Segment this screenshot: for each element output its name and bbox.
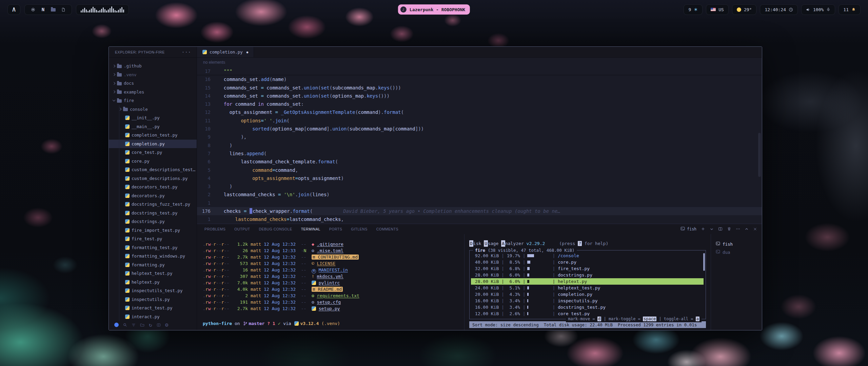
sidebar-item-formatting-windows-py[interactable]: formatting_windows.py	[109, 252, 197, 261]
sidebar-item-docstrings-fuzz-test-py[interactable]: docstrings_fuzz_test.py	[109, 200, 197, 209]
code-line[interactable]: 3 )	[197, 182, 762, 190]
dua-row-docstrings-py[interactable]: 28.00 KiB | 6.0% || docstrings.py	[471, 272, 704, 278]
panel-tab-problems[interactable]: PROBLEMS	[204, 227, 225, 231]
window-titlebar[interactable]: EXPLORER: PYTHON-FIRE ··· completion.py …	[109, 47, 762, 58]
code-line[interactable]: 11 options=' '.join(	[197, 117, 762, 125]
sidebar-item-completion-test-py[interactable]: completion_test.py	[109, 131, 197, 140]
weather-widget[interactable]: 29°	[732, 4, 756, 15]
sidebar-item-examples[interactable]: examples	[109, 88, 197, 97]
file-link[interactable]: mkdocs.yml	[317, 274, 343, 279]
gear-icon[interactable]: ⚙	[165, 322, 169, 328]
sidebar-item-fire-import-test-py[interactable]: fire_import_test.py	[109, 226, 197, 235]
sidebar-item-core-test-py[interactable]: core_test.py	[109, 148, 197, 157]
dua-row-inspectutils-py[interactable]: 16.00 KiB | 3.4% || inspectutils.py	[471, 298, 704, 304]
sidebar-item-formatting-test-py[interactable]: formatting_test.py	[109, 243, 197, 252]
code-line[interactable]: 1	[197, 199, 762, 207]
file-link[interactable]: MANIFEST.in	[319, 267, 348, 272]
dua-row-core-py[interactable]: 40.00 KiB | 8.5% || core.py	[471, 259, 704, 265]
panel-tab-ports[interactable]: PORTS	[329, 227, 342, 231]
sidebar-item-inspectutils-py[interactable]: inspectutils.py	[109, 295, 197, 304]
sidebar-item-main-py[interactable]: __main__.py	[109, 122, 197, 131]
workspace-switcher[interactable]: N	[24, 4, 72, 15]
code-line[interactable]: 4 opts_assignment=opts_assignment)	[197, 174, 762, 182]
sidebar-item-fire-test-py[interactable]: fire_test.py	[109, 235, 197, 243]
search-icon[interactable]	[123, 323, 127, 327]
workspace-record-icon[interactable]	[29, 7, 37, 12]
panel-close-icon[interactable]	[753, 226, 757, 232]
terminal-fish[interactable]: .rw-r--r-- 1.2k matt 12 Aug 12:32 -- ◆ .…	[197, 234, 464, 330]
panel-tab-output[interactable]: OUTPUT	[234, 227, 250, 231]
music-player-widget[interactable]: ♪ Lazerpunk - ROBOPHONK	[398, 4, 470, 15]
panel-tab-gitlens[interactable]: GITLENS	[351, 227, 367, 231]
audio-widget[interactable]: 100%	[801, 4, 835, 15]
remote-indicator[interactable]	[114, 323, 119, 327]
launcher-button[interactable]: Λ	[7, 4, 20, 15]
file-link[interactable]: .mise.toml	[317, 248, 343, 253]
sync-icon[interactable]: ↻	[149, 322, 152, 328]
panel-tab-debug-console[interactable]: DEBUG CONSOLE	[259, 227, 292, 231]
sidebar-item-init-py[interactable]: __init__.py	[109, 114, 197, 122]
sidebar-item-console[interactable]: console	[109, 105, 197, 114]
sidebar-item-formatting-py[interactable]: formatting.py	[109, 261, 197, 269]
sidebar-item-fire[interactable]: fire	[109, 96, 197, 105]
explorer-more-icon[interactable]: ···	[182, 49, 191, 55]
sidebar-item-github[interactable]: .github	[109, 62, 197, 70]
panel-tab-comments[interactable]: COMMENTS	[376, 227, 398, 231]
sidebar-item-custom-descriptions-py[interactable]: custom_descriptions.py	[109, 174, 197, 183]
dua-scrollbar[interactable]	[703, 253, 705, 271]
panel-maximize-icon[interactable]	[745, 226, 749, 232]
code-line[interactable]: 14 commands_set = commands_set.union(set…	[197, 92, 762, 100]
workspace-folder-icon[interactable]	[50, 7, 57, 12]
filter-icon[interactable]	[132, 323, 136, 327]
sidebar-item-helptext-py[interactable]: helptext.py	[109, 278, 197, 287]
file-link[interactable]: setup.py	[319, 306, 340, 311]
code-line[interactable]: 15 commands_set = commands_set.union(set…	[197, 84, 762, 92]
dua-row-completion-py[interactable]: 20.00 KiB | 4.3% || completion.py	[471, 291, 704, 298]
modified-dot-icon[interactable]: ●	[246, 50, 248, 54]
sidebar-item-core-py[interactable]: core.py	[109, 157, 197, 166]
dua-row-fire-test-py[interactable]: 32.00 KiB | 6.8% || fire_test.py	[471, 265, 704, 272]
chevron-down-icon[interactable]	[710, 226, 714, 232]
sidebar-item-inspectutils-test-py[interactable]: inspectutils_test.py	[109, 286, 197, 295]
code-editor[interactable]: 17 """16 commands_set.add(name)15 comman…	[197, 67, 762, 224]
terminal-session-dua[interactable]: dua	[711, 248, 762, 256]
file-link[interactable]: pylintrc	[319, 280, 340, 285]
terminal-session-fish[interactable]: fish	[711, 240, 762, 248]
keyboard-layout-widget[interactable]: US	[706, 4, 729, 15]
layout-icon[interactable]	[157, 323, 161, 327]
code-line[interactable]: 12 opts_assignment = _GetOptsAssignmentT…	[197, 108, 762, 116]
sidebar-item-docstrings-test-py[interactable]: docstrings_test.py	[109, 209, 197, 218]
clock-widget[interactable]: 12:40:24	[760, 4, 798, 15]
sidebar-item-venv[interactable]: .venv	[109, 70, 197, 79]
dua-row-docstrings-test-py[interactable]: 16.00 KiB | 3.4% || docstrings_test.py	[471, 304, 704, 310]
folder-icon[interactable]	[140, 323, 144, 327]
code-line[interactable]: 2 lastcommand_checks = '\n'.join(lines)	[197, 190, 762, 199]
sidebar-item-decorators-test-py[interactable]: decorators_test.py	[109, 183, 197, 191]
file-link[interactable]: .gitignore	[317, 242, 343, 247]
file-link[interactable]: CONTRIBUTING.md	[318, 255, 358, 260]
shell-prompt[interactable]: python-fire on master ? 1 ✓ via v3.12.4 …	[203, 320, 464, 327]
dua-row-helptext-test-py[interactable]: 24.00 KiB | 5.1% || helptext_test.py	[471, 285, 704, 291]
sidebar-item-custom-descriptions-test[interactable]: custom_descriptions_test...	[109, 165, 197, 174]
breadcrumb[interactable]: no elements	[197, 58, 762, 67]
notifications-widget[interactable]: 11	[839, 4, 861, 15]
sidebar-item-completion-py[interactable]: completion.py	[109, 140, 197, 148]
sidebar-item-interact-test-py[interactable]: interact_test.py	[109, 304, 197, 312]
sidebar-item-helptext-test-py[interactable]: helptext_test.py	[109, 269, 197, 278]
panel-tab-terminal[interactable]: TERMINAL	[301, 227, 320, 231]
updates-widget[interactable]: 9	[684, 4, 703, 15]
tab-completion-py[interactable]: completion.py ●	[197, 47, 254, 57]
code-line[interactable]: 6 lastcommand_check_template.format(	[197, 158, 762, 166]
sidebar-item-docs[interactable]: docs	[109, 79, 197, 88]
workspace-file-icon[interactable]	[60, 7, 67, 12]
code-line[interactable]: 16 commands_set.add(name)	[197, 75, 762, 83]
more-actions-icon[interactable]	[736, 226, 740, 232]
dua-row-helptext-py[interactable]: 28.00 KiB | 6.0% || helptext.py	[471, 278, 704, 285]
split-terminal-button[interactable]	[718, 226, 723, 232]
file-link[interactable]: requirements.txt	[317, 293, 359, 298]
file-link[interactable]: README.md	[318, 287, 342, 292]
code-line[interactable]: 8 )	[197, 141, 762, 149]
system-graph-widget[interactable]	[76, 4, 129, 15]
workspace-letter-n[interactable]: N	[39, 7, 47, 12]
code-line[interactable]: 10 sorted(options_map[command].union(sub…	[197, 125, 762, 133]
